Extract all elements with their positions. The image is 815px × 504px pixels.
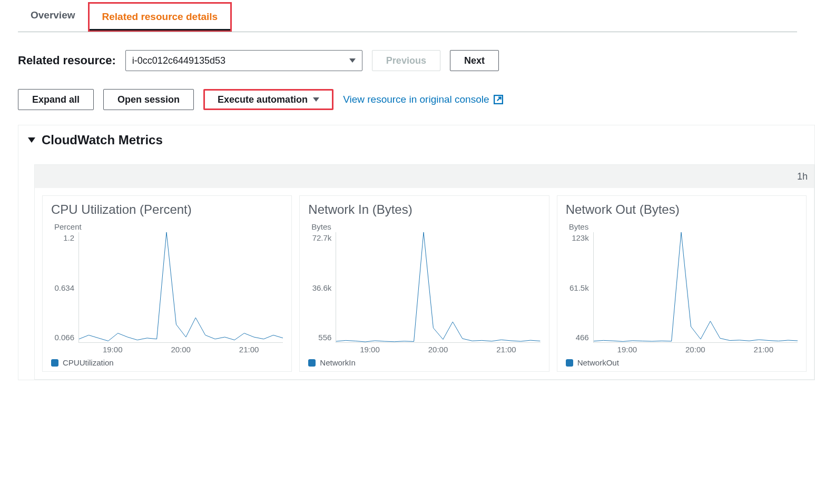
external-link-icon [494, 95, 503, 104]
expand-all-button[interactable]: Expand all [18, 89, 94, 110]
chart-yaxis: 1.20.6340.066 [51, 232, 78, 343]
chart-card: Network Out (Bytes)Bytes123k61.5k46619:0… [557, 195, 807, 372]
chart-xaxis: 19:0020:0021:00 [593, 345, 798, 354]
execute-automation-button[interactable]: Execute automation [203, 89, 333, 110]
x-tick: 21:00 [730, 345, 798, 354]
legend-swatch [308, 359, 316, 367]
tabs: Overview Related resource details [18, 2, 797, 32]
next-button[interactable]: Next [450, 50, 499, 71]
chart-ylabel: Percent [54, 222, 283, 231]
chart-yaxis: 123k61.5k466 [566, 232, 593, 343]
chart-xaxis: 19:0020:0021:00 [78, 345, 283, 354]
view-original-console-link[interactable]: View resource in original console [343, 94, 503, 105]
open-session-button[interactable]: Open session [103, 89, 194, 110]
y-tick: 0.634 [54, 283, 74, 292]
x-tick: 21:00 [215, 345, 283, 354]
x-tick: 19:00 [336, 345, 404, 354]
legend-swatch [566, 359, 573, 367]
legend-label: CPUUtilization [63, 358, 114, 367]
chart-ylabel: Bytes [569, 222, 798, 231]
chart-legend: CPUUtilization [51, 358, 283, 367]
time-range-label: 1h [797, 171, 808, 182]
panel-title: CloudWatch Metrics [42, 133, 163, 147]
related-resource-selected: i-0cc012c6449135d53 [132, 55, 225, 66]
metrics-toolbar: 1h [35, 165, 814, 188]
chart-legend: NetworkIn [308, 358, 540, 367]
chart-plot [336, 232, 540, 343]
chevron-down-icon [28, 137, 35, 143]
tab-related-resource-details[interactable]: Related resource details [88, 2, 232, 32]
x-tick: 21:00 [472, 345, 540, 354]
y-tick: 123k [572, 233, 589, 242]
y-tick: 36.6k [312, 283, 332, 292]
chevron-down-icon [313, 97, 319, 102]
chevron-down-icon [349, 58, 356, 63]
chart-yaxis: 72.7k36.6k556 [308, 232, 336, 343]
chart-title: Network Out (Bytes) [566, 202, 798, 217]
cloudwatch-metrics-toggle[interactable]: CloudWatch Metrics [18, 125, 814, 155]
chart-ylabel: Bytes [311, 222, 540, 231]
legend-label: NetworkIn [320, 358, 356, 367]
chart-xaxis: 19:0020:0021:00 [336, 345, 540, 354]
legend-swatch [51, 359, 58, 367]
chart-title: CPU Utilization (Percent) [51, 202, 283, 217]
y-tick: 1.2 [63, 233, 74, 242]
chart-card: Network In (Bytes)Bytes72.7k36.6k55619:0… [299, 195, 549, 372]
legend-label: NetworkOut [577, 358, 619, 367]
chart-title: Network In (Bytes) [308, 202, 540, 217]
x-tick: 20:00 [404, 345, 472, 354]
execute-automation-label: Execute automation [218, 94, 308, 105]
x-tick: 20:00 [661, 345, 729, 354]
chart-plot [78, 232, 283, 343]
y-tick: 556 [318, 333, 331, 342]
y-tick: 72.7k [312, 233, 332, 242]
tab-overview[interactable]: Overview [18, 2, 88, 32]
chart-card: CPU Utilization (Percent)Percent1.20.634… [42, 195, 292, 372]
view-original-label: View resource in original console [343, 94, 489, 105]
related-resource-select[interactable]: i-0cc012c6449135d53 [125, 50, 362, 71]
x-tick: 19:00 [593, 345, 661, 354]
y-tick: 0.066 [54, 333, 74, 342]
chart-legend: NetworkOut [566, 358, 798, 367]
y-tick: 61.5k [569, 283, 589, 292]
y-tick: 466 [576, 333, 589, 342]
previous-button: Previous [372, 50, 440, 71]
related-resource-label: Related resource: [18, 54, 116, 67]
x-tick: 19:00 [78, 345, 146, 354]
cloudwatch-metrics-panel: CloudWatch Metrics 1h CPU Utilization (P… [18, 125, 815, 380]
x-tick: 20:00 [146, 345, 214, 354]
chart-plot [593, 232, 798, 343]
